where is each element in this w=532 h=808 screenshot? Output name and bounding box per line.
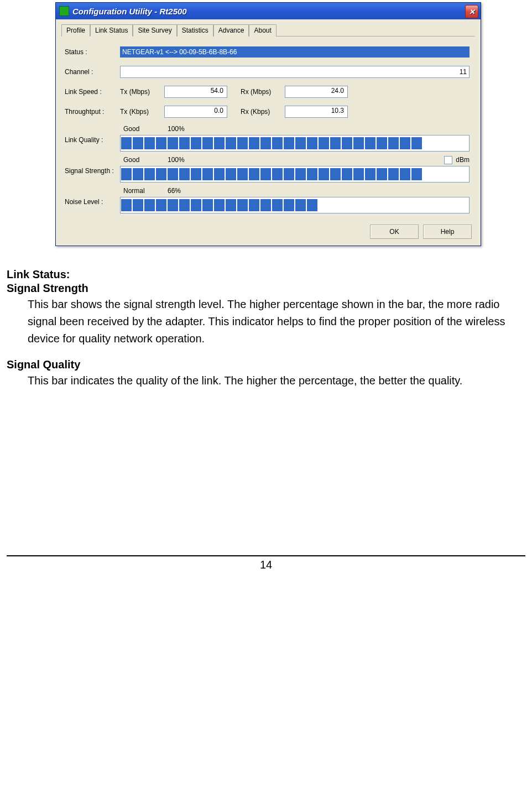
- meter-segment: [295, 137, 306, 149]
- signal-strength-label: Signal Strength :: [65, 155, 120, 175]
- channel-row: Channel : 11: [65, 64, 472, 80]
- heading-signal-quality: Signal Quality: [7, 358, 525, 371]
- document-text: Link Status: Signal Strength This bar sh…: [7, 246, 525, 389]
- dbm-label: dBm: [456, 156, 470, 164]
- tab-bar: Profile Link Status Site Survey Statisti…: [61, 24, 475, 37]
- noise-level-bar: [120, 197, 470, 213]
- tab-statistics[interactable]: Statistics: [177, 24, 213, 37]
- tab-advance[interactable]: Advance: [213, 24, 249, 37]
- close-button[interactable]: ✕: [465, 5, 478, 18]
- meter-segment: [260, 137, 271, 149]
- para-signal-quality: This bar indicates the quality of the li…: [7, 372, 525, 389]
- heading-link-status: Link Status:: [7, 268, 525, 281]
- meter-segment: [133, 199, 143, 211]
- meter-segment: [319, 168, 329, 180]
- meter-segment: [377, 137, 387, 149]
- status-field[interactable]: NETGEAR-v1 <--> 00-09-5B-6B-8B-66: [120, 46, 470, 58]
- meter-segment: [202, 199, 213, 211]
- meter-segment: [260, 168, 271, 180]
- meter-segment: [400, 137, 410, 149]
- close-icon: ✕: [469, 8, 475, 16]
- meter-segment: [144, 137, 155, 149]
- help-button[interactable]: Help: [423, 225, 472, 239]
- meter-segment: [156, 137, 166, 149]
- para-signal-strength: This bar shows the signal strength level…: [7, 296, 525, 347]
- meter-segment: [307, 168, 317, 180]
- meter-segment: [353, 137, 364, 149]
- tab-link-status[interactable]: Link Status: [90, 24, 133, 37]
- meter-segment: [365, 168, 375, 180]
- signal-strength-block: Signal Strength : Good 100% dBm: [65, 155, 472, 183]
- meter-segment: [377, 168, 387, 180]
- meter-segment: [260, 199, 271, 211]
- status-row: Status : NETGEAR-v1 <--> 00-09-5B-6B-8B-…: [65, 44, 472, 60]
- meter-segment: [272, 137, 283, 149]
- meter-segment: [191, 199, 201, 211]
- channel-label: Channel :: [65, 68, 120, 76]
- linkspeed-rx-field[interactable]: 24.0: [285, 86, 348, 98]
- meter-segment: [133, 137, 143, 149]
- meter-segment: [353, 168, 364, 180]
- button-row: OK Help: [61, 221, 475, 240]
- meter-segment: [179, 137, 190, 149]
- meter-segment: [144, 168, 155, 180]
- throughput-rx-field[interactable]: 10.3: [285, 106, 348, 118]
- meter-segment: [168, 199, 178, 211]
- link-quality-block: Link Quality : Good 100%: [65, 124, 472, 152]
- meter-segment: [191, 168, 201, 180]
- meter-segment: [179, 199, 190, 211]
- meter-segment: [295, 168, 306, 180]
- meter-segment: [284, 168, 294, 180]
- noise-level-block: Noise Level : Normal 66%: [65, 186, 472, 213]
- meter-segment: [388, 168, 399, 180]
- meter-segment: [411, 168, 422, 180]
- meter-segment: [237, 199, 248, 211]
- link-quality-rating: Good: [123, 125, 168, 133]
- meter-segment: [179, 168, 190, 180]
- meter-segment: [202, 168, 213, 180]
- meter-segment: [342, 168, 352, 180]
- link-quality-label: Link Quality :: [65, 124, 120, 144]
- meter-segment: [249, 137, 259, 149]
- app-icon: [59, 6, 69, 16]
- meter-segment: [342, 137, 352, 149]
- meter-segment: [237, 168, 248, 180]
- status-label: Status :: [65, 48, 120, 56]
- meter-segment: [237, 137, 248, 149]
- meter-segment: [121, 199, 132, 211]
- meter-segment: [365, 137, 375, 149]
- tab-profile[interactable]: Profile: [61, 24, 90, 37]
- throughput-tx-field[interactable]: 0.0: [164, 106, 227, 118]
- meter-segment: [388, 137, 399, 149]
- signal-strength-percent: 100%: [168, 156, 201, 164]
- linkspeed-tx-field[interactable]: 54.0: [164, 86, 227, 98]
- form-area: Status : NETGEAR-v1 <--> 00-09-5B-6B-8B-…: [61, 42, 475, 213]
- signal-strength-rating: Good: [123, 156, 168, 164]
- meter-segment: [226, 168, 236, 180]
- link-quality-header: Good 100%: [120, 124, 470, 134]
- meter-segment: [249, 168, 259, 180]
- meter-segment: [156, 168, 166, 180]
- meter-segment: [121, 137, 132, 149]
- link-quality-bar: [120, 135, 470, 152]
- tab-about[interactable]: About: [249, 24, 276, 37]
- signal-strength-bar: [120, 166, 470, 183]
- dbm-checkbox[interactable]: [444, 156, 452, 164]
- titlebar: Configuration Utility - Rt2500 ✕: [56, 3, 481, 19]
- config-utility-window: Configuration Utility - Rt2500 ✕ Profile…: [55, 2, 481, 246]
- meter-segment: [144, 199, 155, 211]
- meter-segment: [191, 137, 201, 149]
- tab-site-survey[interactable]: Site Survey: [133, 24, 176, 37]
- meter-segment: [226, 199, 236, 211]
- meter-segment: [284, 199, 294, 211]
- meter-segment: [307, 137, 317, 149]
- channel-field[interactable]: 11: [120, 66, 470, 78]
- meter-segment: [411, 137, 422, 149]
- window-title: Configuration Utility - Rt2500: [72, 7, 187, 16]
- meter-segment: [330, 168, 341, 180]
- heading-signal-strength: Signal Strength: [7, 282, 525, 295]
- meter-segment: [168, 168, 178, 180]
- ok-button[interactable]: OK: [370, 225, 419, 239]
- meter-segment: [400, 168, 410, 180]
- meter-segment: [330, 137, 341, 149]
